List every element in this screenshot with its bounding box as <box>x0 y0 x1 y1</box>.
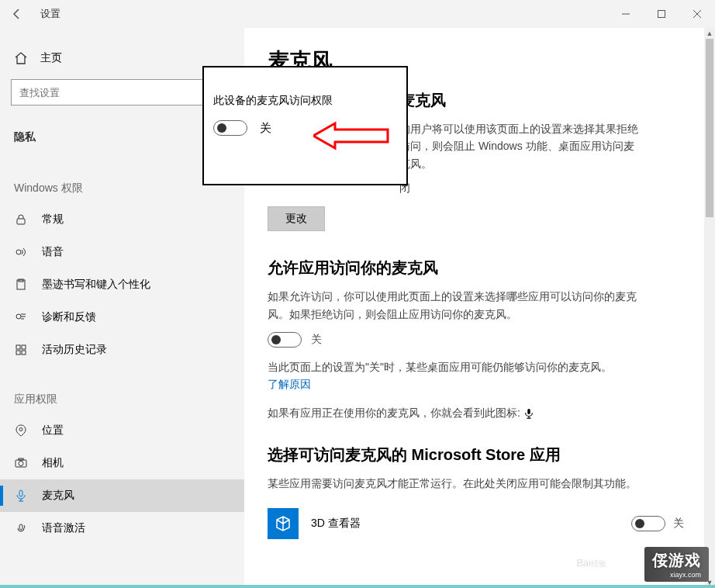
close-button[interactable] <box>679 0 715 28</box>
section1-title-partial: 麦克风 <box>399 90 684 111</box>
nav-label: 墨迹书写和键入个性化 <box>42 278 150 292</box>
voice-activation-icon <box>14 521 28 535</box>
svg-rect-19 <box>527 409 530 414</box>
section1-body: 的用户将可以使用该页面上的设置来选择其果拒绝访问，则会阻止 Windows 功能… <box>399 120 640 172</box>
nav-location[interactable]: 位置 <box>0 414 244 447</box>
feedback-icon <box>14 310 28 324</box>
speech-icon <box>14 245 28 259</box>
svg-rect-4 <box>17 219 25 224</box>
nav-label: 语音激活 <box>42 521 85 535</box>
nav-label: 活动历史记录 <box>42 343 107 357</box>
section2-title: 允许应用访问你的麦克风 <box>268 258 684 278</box>
annotation-arrow-icon <box>313 120 391 151</box>
nav-diagnostics[interactable]: 诊断和反馈 <box>0 301 244 334</box>
app-row-3d-viewer: 3D 查看器 关 <box>268 502 684 545</box>
microphone-indicator-icon <box>523 408 534 419</box>
titlebar: 设置 <box>0 0 715 28</box>
section2-body: 如果允许访问，你可以使用此页面上的设置来选择哪些应用可以访问你的麦克风。如果拒绝… <box>268 288 640 323</box>
change-button[interactable]: 更改 <box>268 206 325 231</box>
section3-title: 选择可访问麦克风的 Microsoft Store 应用 <box>268 444 684 465</box>
app-icon-3d-viewer <box>268 508 299 539</box>
home-icon <box>14 51 28 65</box>
nav-label: 常规 <box>42 213 64 227</box>
svg-rect-17 <box>19 490 22 496</box>
app-name-label: 3D 查看器 <box>311 517 619 531</box>
svg-rect-12 <box>22 351 26 355</box>
app-toggle-state: 关 <box>673 517 684 531</box>
nav-voice-activation[interactable]: 语音激活 <box>0 512 244 545</box>
toggle-state-label: 关 <box>311 333 322 347</box>
nav-microphone[interactable]: 麦克风 <box>0 479 244 512</box>
device-mic-access-toggle[interactable] <box>213 120 247 136</box>
bottom-accent-bar <box>0 585 715 588</box>
svg-point-15 <box>19 462 23 466</box>
svg-rect-11 <box>16 351 20 355</box>
nav-camera[interactable]: 相机 <box>0 447 244 479</box>
location-icon <box>14 424 28 438</box>
allow-apps-toggle[interactable] <box>268 332 302 348</box>
nav-activity-history[interactable]: 活动历史记录 <box>0 334 244 366</box>
maximize-button[interactable] <box>644 0 679 28</box>
section3-body: 某些应用需要访问麦克风才能正常运行。在此处关闭应用可能会限制其功能。 <box>268 475 640 492</box>
group-app-perm-label: 应用权限 <box>0 383 244 414</box>
svg-point-8 <box>16 314 21 319</box>
app-3d-viewer-toggle[interactable] <box>631 516 665 531</box>
back-button[interactable] <box>0 0 34 28</box>
svg-marker-20 <box>313 123 388 148</box>
svg-rect-18 <box>19 524 22 530</box>
nav-label: 位置 <box>42 424 64 438</box>
nav-label: 诊断和反馈 <box>42 310 96 324</box>
svg-rect-9 <box>16 345 20 349</box>
learn-why-link[interactable]: 了解原因 <box>268 378 311 390</box>
svg-rect-16 <box>19 458 23 460</box>
search-input[interactable] <box>11 79 233 105</box>
section2-note: 当此页面上的设置为"关"时，某些桌面应用可能仍能够访问你的麦克风。 了解原因 <box>268 358 640 393</box>
nav-label: 语音 <box>42 245 64 259</box>
camera-icon <box>14 456 28 470</box>
nav-general[interactable]: 常规 <box>0 203 244 236</box>
svg-point-13 <box>19 428 22 431</box>
nav-inking[interactable]: 墨迹书写和键入个性化 <box>0 268 244 301</box>
section1-sub: 闭 <box>399 182 684 195</box>
nav-label: 相机 <box>42 456 64 470</box>
window-title: 设置 <box>40 7 60 21</box>
scroll-thumb[interactable] <box>706 39 713 217</box>
scroll-up-icon[interactable]: ▲ <box>704 28 715 39</box>
minimize-button[interactable] <box>608 0 644 28</box>
svg-point-5 <box>16 250 21 254</box>
watermark-main: 俀游戏 xiayx.com <box>644 547 709 582</box>
nav-speech[interactable]: 语音 <box>0 236 244 268</box>
microphone-icon <box>14 489 28 503</box>
lock-icon <box>14 213 28 227</box>
clipboard-icon <box>14 278 28 292</box>
svg-rect-10 <box>22 345 26 349</box>
watermark-secondary: Bai经验 <box>576 557 606 569</box>
history-icon <box>14 343 28 357</box>
mic-in-use-text: 如果有应用正在使用你的麦克风，你就会看到此图标: <box>268 404 640 421</box>
annotation-title: 此设备的麦克风访问权限 <box>213 94 397 108</box>
scrollbar[interactable]: ▲ ▼ <box>704 28 715 588</box>
home-label: 主页 <box>40 51 62 65</box>
nav-label: 麦克风 <box>42 489 74 503</box>
svg-rect-1 <box>658 11 665 18</box>
annotation-toggle-state: 关 <box>260 121 271 136</box>
